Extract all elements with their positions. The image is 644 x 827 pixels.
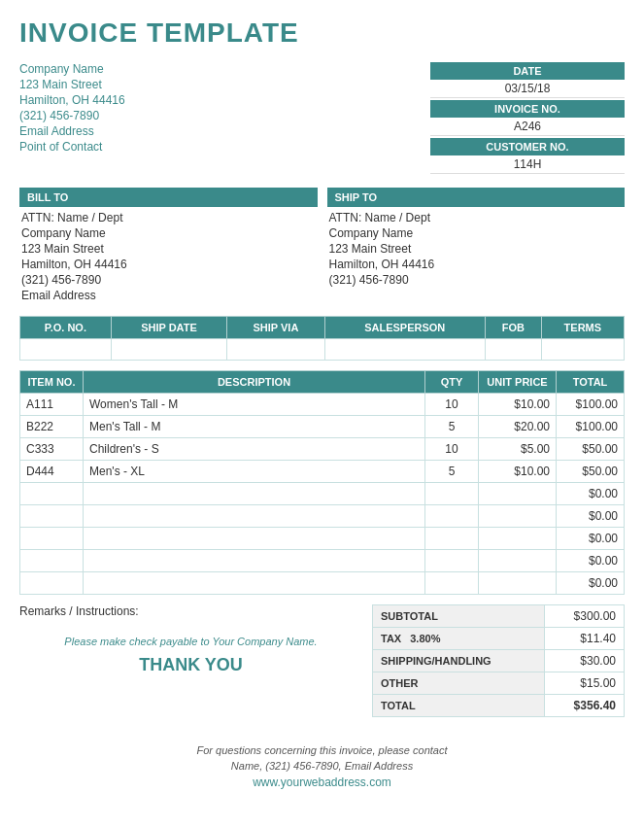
po-header-row: P.O. NO. SHIP DATE SHIP VIA SALESPERSON … (20, 317, 625, 339)
date-value: 03/15/18 (430, 80, 625, 98)
qty-cell (425, 528, 479, 550)
bill-to-email: Email Address (19, 289, 318, 302)
ship-to-phone: (321) 456-7890 (327, 273, 626, 287)
desc-cell: Men's Tall - M (84, 416, 425, 438)
invoice-value: A246 (430, 118, 625, 136)
totals-table: SUBTOTAL $300.00 TAX 3.80% $11.40 SHIPPI… (372, 604, 625, 717)
qty-cell: 5 (425, 416, 479, 438)
total-cell: $50.00 (557, 461, 625, 483)
footer: For questions concerning this invoice, p… (19, 744, 625, 789)
total-cell: $0.00 (557, 505, 625, 528)
company-name: Company Name (19, 62, 125, 76)
ship-date-header: SHIP DATE (111, 317, 227, 339)
po-data-row (20, 339, 625, 361)
desc-cell (84, 550, 425, 572)
unit-cell: $20.00 (479, 416, 557, 438)
desc-cell (84, 572, 425, 595)
total-cell: $0.00 (557, 550, 625, 572)
qty-cell (425, 483, 479, 505)
other-label: OTHER (373, 672, 545, 695)
desc-cell: Children's - S (84, 438, 425, 461)
bill-to-header: BILL TO (19, 188, 318, 207)
total-value: $356.40 (545, 695, 625, 717)
bill-to-street: 123 Main Street (19, 242, 318, 256)
bill-to-attn: ATTN: Name / Dept (19, 211, 318, 224)
tax-value: $11.40 (545, 628, 625, 650)
date-label: DATE (430, 62, 625, 80)
company-contact: Point of Contact (19, 140, 125, 154)
ship-via-cell (227, 339, 324, 361)
unit-cell: $10.00 (479, 461, 557, 483)
total-row: TOTAL $356.40 (373, 695, 625, 717)
item-no-cell (20, 505, 84, 528)
items-row-3: D444 Men's - XL 5 $10.00 $50.00 (20, 461, 625, 483)
ship-to-company: Company Name (327, 226, 626, 240)
qty-cell: 10 (425, 438, 479, 461)
qty-header: QTY (425, 371, 479, 394)
customer-label: CUSTOMER NO. (430, 138, 625, 155)
item-no-cell (20, 572, 84, 595)
tax-rate: 3.80% (410, 633, 440, 644)
item-no-cell (20, 483, 84, 505)
qty-cell: 10 (425, 394, 479, 416)
items-row-4: $0.00 (20, 483, 625, 505)
footer-website: www.yourwebaddress.com (19, 775, 625, 789)
total-cell: $0.00 (557, 483, 625, 505)
ship-to-header: SHIP TO (327, 188, 626, 207)
unit-cell: $5.00 (479, 438, 557, 461)
shipping-row: SHIPPING/HANDLING $30.00 (373, 650, 625, 672)
items-header-row: ITEM NO. DESCRIPTION QTY UNIT PRICE TOTA… (20, 371, 625, 394)
items-row-5: $0.00 (20, 505, 625, 528)
date-row: DATE 03/15/18 (430, 62, 625, 98)
po-table: P.O. NO. SHIP DATE SHIP VIA SALESPERSON … (19, 316, 625, 361)
footer-contact-line1: For questions concerning this invoice, p… (19, 744, 625, 756)
tax-label: TAX 3.80% (373, 628, 545, 650)
total-cell: $100.00 (557, 394, 625, 416)
bill-to-block: BILL TO ATTN: Name / Dept Company Name 1… (19, 188, 318, 304)
company-phone: (321) 456-7890 (19, 109, 125, 122)
company-city: Hamilton, OH 44416 (19, 93, 125, 107)
desc-cell (84, 483, 425, 505)
company-street: 123 Main Street (19, 78, 125, 91)
invoice-label: INVOICE NO. (430, 100, 625, 118)
ship-to-block: SHIP TO ATTN: Name / Dept Company Name 1… (327, 188, 626, 304)
bill-to-company: Company Name (19, 226, 318, 240)
qty-cell (425, 550, 479, 572)
po-no-cell (20, 339, 112, 361)
qty-cell: 5 (425, 461, 479, 483)
total-cell: $100.00 (557, 416, 625, 438)
bill-to-city: Hamilton, OH 44416 (19, 258, 318, 271)
ship-date-cell (111, 339, 227, 361)
terms-cell (541, 339, 624, 361)
shipping-label: SHIPPING/HANDLING (373, 650, 545, 672)
items-row-0: A111 Women's Tall - M 10 $10.00 $100.00 (20, 394, 625, 416)
total-cell: $0.00 (557, 572, 625, 595)
customer-value: 114H (430, 155, 625, 174)
unit-cell (479, 550, 557, 572)
item-no-cell: A111 (20, 394, 84, 416)
terms-header: TERMS (541, 317, 624, 339)
desc-cell: Women's Tall - M (84, 394, 425, 416)
other-row: OTHER $15.00 (373, 672, 625, 695)
page-title: INVOICE TEMPLATE (19, 17, 625, 49)
invoice-row: INVOICE NO. A246 (430, 100, 625, 136)
desc-cell: Men's - XL (84, 461, 425, 483)
top-section: Company Name 123 Main Street Hamilton, O… (19, 62, 625, 176)
shipping-value: $30.00 (545, 650, 625, 672)
item-no-cell: B222 (20, 416, 84, 438)
subtotal-label: SUBTOTAL (373, 605, 545, 628)
items-row-1: B222 Men's Tall - M 5 $20.00 $100.00 (20, 416, 625, 438)
meta-table: DATE 03/15/18 INVOICE NO. A246 CUSTOMER … (430, 62, 625, 176)
items-row-8: $0.00 (20, 572, 625, 595)
fob-cell (485, 339, 541, 361)
item-no-cell: D444 (20, 461, 84, 483)
item-no-header: ITEM NO. (20, 371, 84, 394)
subtotal-value: $300.00 (545, 605, 625, 628)
bottom-section: Remarks / Instructions: Please make chec… (19, 604, 625, 727)
remarks-label: Remarks / Instructions: (19, 604, 362, 618)
total-cell: $50.00 (557, 438, 625, 461)
customer-row: CUSTOMER NO. 114H (430, 138, 625, 174)
ship-to-street: 123 Main Street (327, 242, 626, 256)
po-no-header: P.O. NO. (20, 317, 112, 339)
company-email: Email Address (19, 124, 125, 138)
